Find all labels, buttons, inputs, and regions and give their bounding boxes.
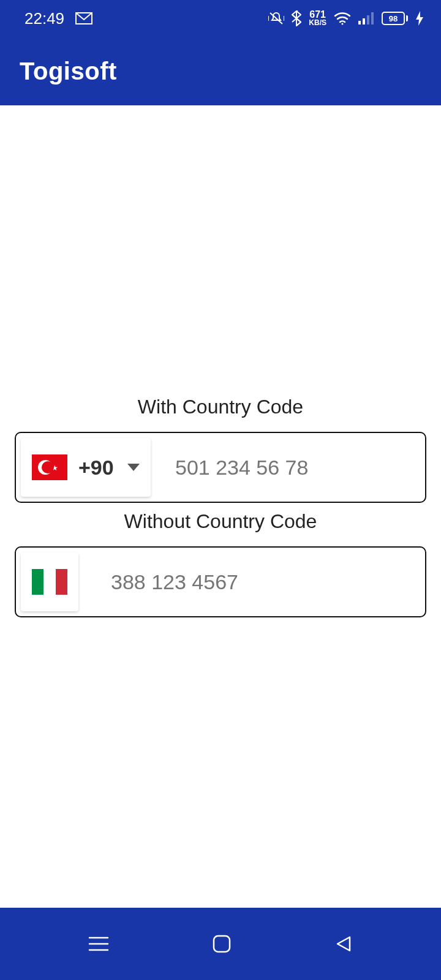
nav-recent-icon[interactable] bbox=[88, 935, 109, 952]
net-speed-unit: KB/S bbox=[309, 20, 326, 26]
status-left: 22:49 bbox=[24, 9, 92, 28]
svg-point-3 bbox=[342, 23, 344, 25]
status-bar: 22:49 671 KB/S 98 bbox=[0, 0, 441, 37]
battery-level: 98 bbox=[389, 14, 398, 23]
flag-turkey-icon: ★ bbox=[32, 454, 67, 480]
section-with-country-code: With Country Code ★ +90 bbox=[15, 396, 426, 503]
signal-icon bbox=[358, 12, 374, 24]
svg-rect-7 bbox=[371, 12, 374, 24]
phone-field-without-code[interactable] bbox=[15, 546, 426, 617]
svg-line-0 bbox=[270, 13, 282, 24]
phone-input-without-code[interactable] bbox=[111, 548, 425, 616]
svg-rect-6 bbox=[367, 15, 369, 24]
app-title: Togisoft bbox=[20, 58, 117, 85]
nav-back-icon[interactable] bbox=[334, 935, 353, 953]
navigation-bar bbox=[0, 908, 441, 980]
charging-icon bbox=[415, 11, 424, 26]
label-with-country-code: With Country Code bbox=[15, 396, 426, 418]
nav-home-icon[interactable] bbox=[212, 934, 232, 954]
svg-rect-5 bbox=[363, 18, 365, 24]
phone-field-with-code[interactable]: ★ +90 bbox=[15, 432, 426, 503]
bluetooth-icon bbox=[292, 10, 301, 26]
status-right: 671 KB/S 98 bbox=[268, 10, 424, 26]
app-bar: Togisoft bbox=[0, 37, 441, 105]
svg-rect-11 bbox=[214, 936, 230, 952]
dropdown-caret-icon bbox=[127, 464, 140, 471]
phone-input-with-code[interactable] bbox=[175, 433, 435, 502]
section-without-country-code: Without Country Code bbox=[15, 510, 426, 617]
svg-rect-4 bbox=[358, 21, 361, 24]
battery-indicator: 98 bbox=[382, 12, 408, 25]
flag-italy-icon bbox=[32, 569, 67, 595]
dial-code: +90 bbox=[78, 456, 114, 480]
content-area: With Country Code ★ +90 Without Country … bbox=[0, 105, 441, 908]
vibrate-silent-icon bbox=[268, 11, 284, 26]
country-selector-turkey[interactable]: ★ +90 bbox=[21, 438, 151, 497]
country-selector-italy[interactable] bbox=[21, 552, 78, 611]
wifi-icon bbox=[334, 12, 351, 25]
status-time: 22:49 bbox=[24, 9, 64, 28]
gmail-icon bbox=[75, 12, 92, 24]
label-without-country-code: Without Country Code bbox=[15, 510, 426, 533]
network-speed-indicator: 671 KB/S bbox=[309, 10, 326, 26]
